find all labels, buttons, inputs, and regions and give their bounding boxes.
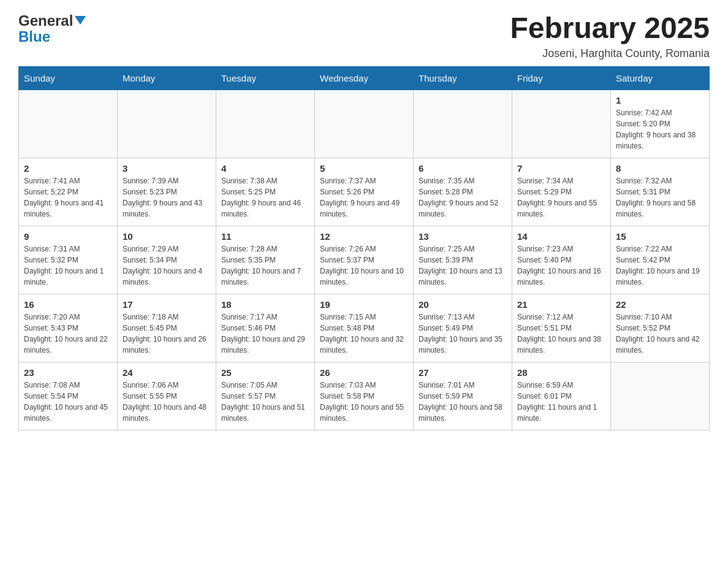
header-thursday: Thursday [414,66,512,90]
calendar-cell [611,362,710,430]
calendar-cell: 21Sunrise: 7:12 AM Sunset: 5:51 PM Dayli… [512,294,611,362]
day-number: 11 [221,231,309,242]
calendar-cell: 25Sunrise: 7:05 AM Sunset: 5:57 PM Dayli… [216,362,315,430]
calendar-cell: 10Sunrise: 7:29 AM Sunset: 5:34 PM Dayli… [118,226,216,294]
day-info: Sunrise: 7:18 AM Sunset: 5:45 PM Dayligh… [123,312,211,356]
day-info: Sunrise: 7:25 AM Sunset: 5:39 PM Dayligh… [419,243,507,288]
day-info: Sunrise: 7:37 AM Sunset: 5:26 PM Dayligh… [320,175,408,220]
calendar-cell: 9Sunrise: 7:31 AM Sunset: 5:32 PM Daylig… [19,226,118,294]
calendar-cell: 7Sunrise: 7:34 AM Sunset: 5:29 PM Daylig… [512,158,611,226]
logo-arrow-icon [75,16,86,27]
day-info: Sunrise: 7:32 AM Sunset: 5:31 PM Dayligh… [616,175,704,220]
calendar-cell [216,90,315,158]
weekday-header-row: Sunday Monday Tuesday Wednesday Thursday… [19,66,710,90]
day-number: 12 [320,231,408,242]
calendar-cell: 5Sunrise: 7:37 AM Sunset: 5:26 PM Daylig… [315,158,414,226]
day-number: 1 [616,95,704,105]
day-info: Sunrise: 6:59 AM Sunset: 6:01 PM Dayligh… [517,380,605,424]
day-info: Sunrise: 7:26 AM Sunset: 5:37 PM Dayligh… [320,243,408,288]
day-info: Sunrise: 7:29 AM Sunset: 5:34 PM Dayligh… [123,243,211,288]
calendar-cell: 14Sunrise: 7:23 AM Sunset: 5:40 PM Dayli… [512,226,611,294]
day-number: 14 [517,231,605,242]
day-number: 24 [123,367,211,378]
header-sunday: Sunday [19,66,118,90]
day-number: 20 [419,299,507,310]
day-number: 7 [517,163,605,174]
day-info: Sunrise: 7:03 AM Sunset: 5:58 PM Dayligh… [320,380,408,424]
day-number: 10 [123,231,211,242]
day-info: Sunrise: 7:38 AM Sunset: 5:25 PM Dayligh… [221,175,309,220]
day-number: 3 [123,163,211,174]
day-info: Sunrise: 7:28 AM Sunset: 5:35 PM Dayligh… [221,243,309,288]
calendar-cell [118,90,216,158]
calendar-cell: 20Sunrise: 7:13 AM Sunset: 5:49 PM Dayli… [414,294,512,362]
calendar-cell: 22Sunrise: 7:10 AM Sunset: 5:52 PM Dayli… [611,294,710,362]
title-area: February 2025 Joseni, Harghita County, R… [510,12,710,60]
location-subtitle: Joseni, Harghita County, Romania [510,47,710,60]
header-wednesday: Wednesday [315,66,414,90]
day-number: 16 [24,299,112,310]
page-header: General Blue February 2025 Joseni, Hargh… [18,12,710,60]
week-row-2: 9Sunrise: 7:31 AM Sunset: 5:32 PM Daylig… [19,226,710,294]
day-number: 6 [419,163,507,174]
calendar-cell: 1Sunrise: 7:42 AM Sunset: 5:20 PM Daylig… [611,90,710,158]
header-friday: Friday [512,66,611,90]
day-info: Sunrise: 7:34 AM Sunset: 5:29 PM Dayligh… [517,175,605,220]
day-info: Sunrise: 7:17 AM Sunset: 5:46 PM Dayligh… [221,312,309,356]
calendar-cell: 27Sunrise: 7:01 AM Sunset: 5:59 PM Dayli… [414,362,512,430]
day-info: Sunrise: 7:31 AM Sunset: 5:32 PM Dayligh… [24,243,112,288]
week-row-0: 1Sunrise: 7:42 AM Sunset: 5:20 PM Daylig… [19,90,710,158]
calendar-cell: 26Sunrise: 7:03 AM Sunset: 5:58 PM Dayli… [315,362,414,430]
calendar-cell: 15Sunrise: 7:22 AM Sunset: 5:42 PM Dayli… [611,226,710,294]
calendar-cell: 24Sunrise: 7:06 AM Sunset: 5:55 PM Dayli… [118,362,216,430]
day-number: 26 [320,367,408,378]
day-number: 18 [221,299,309,310]
day-info: Sunrise: 7:01 AM Sunset: 5:59 PM Dayligh… [419,380,507,424]
week-row-3: 16Sunrise: 7:20 AM Sunset: 5:43 PM Dayli… [19,294,710,362]
day-info: Sunrise: 7:06 AM Sunset: 5:55 PM Dayligh… [123,380,211,424]
day-info: Sunrise: 7:23 AM Sunset: 5:40 PM Dayligh… [517,243,605,288]
day-number: 9 [24,231,112,242]
calendar-cell: 13Sunrise: 7:25 AM Sunset: 5:39 PM Dayli… [414,226,512,294]
day-number: 2 [24,163,112,174]
day-info: Sunrise: 7:20 AM Sunset: 5:43 PM Dayligh… [24,312,112,356]
day-info: Sunrise: 7:08 AM Sunset: 5:54 PM Dayligh… [24,380,112,424]
month-title: February 2025 [510,12,710,45]
day-number: 23 [24,367,112,378]
calendar-cell: 6Sunrise: 7:35 AM Sunset: 5:28 PM Daylig… [414,158,512,226]
day-info: Sunrise: 7:41 AM Sunset: 5:22 PM Dayligh… [24,175,112,220]
day-number: 17 [123,299,211,310]
calendar-cell: 23Sunrise: 7:08 AM Sunset: 5:54 PM Dayli… [19,362,118,430]
calendar-cell [315,90,414,158]
day-info: Sunrise: 7:10 AM Sunset: 5:52 PM Dayligh… [616,312,704,356]
logo-general-text: General [18,12,73,29]
day-number: 27 [419,367,507,378]
header-tuesday: Tuesday [216,66,315,90]
calendar-cell: 17Sunrise: 7:18 AM Sunset: 5:45 PM Dayli… [118,294,216,362]
calendar-body: 1Sunrise: 7:42 AM Sunset: 5:20 PM Daylig… [19,90,710,430]
calendar-cell [512,90,611,158]
day-number: 25 [221,367,309,378]
svg-marker-0 [75,16,86,25]
calendar-cell: 3Sunrise: 7:39 AM Sunset: 5:23 PM Daylig… [118,158,216,226]
day-number: 13 [419,231,507,242]
day-info: Sunrise: 7:42 AM Sunset: 5:20 PM Dayligh… [616,107,704,151]
day-info: Sunrise: 7:15 AM Sunset: 5:48 PM Dayligh… [320,312,408,356]
calendar-cell: 12Sunrise: 7:26 AM Sunset: 5:37 PM Dayli… [315,226,414,294]
calendar-cell: 19Sunrise: 7:15 AM Sunset: 5:48 PM Dayli… [315,294,414,362]
day-number: 15 [616,231,704,242]
day-info: Sunrise: 7:22 AM Sunset: 5:42 PM Dayligh… [616,243,704,288]
calendar-cell: 2Sunrise: 7:41 AM Sunset: 5:22 PM Daylig… [19,158,118,226]
logo-blue-text: Blue [18,28,86,45]
calendar-table: Sunday Monday Tuesday Wednesday Thursday… [18,66,710,431]
calendar-header: Sunday Monday Tuesday Wednesday Thursday… [19,66,710,90]
day-info: Sunrise: 7:13 AM Sunset: 5:49 PM Dayligh… [419,312,507,356]
calendar-cell: 28Sunrise: 6:59 AM Sunset: 6:01 PM Dayli… [512,362,611,430]
day-info: Sunrise: 7:35 AM Sunset: 5:28 PM Dayligh… [419,175,507,220]
day-number: 21 [517,299,605,310]
logo: General Blue [18,12,86,45]
calendar-cell: 4Sunrise: 7:38 AM Sunset: 5:25 PM Daylig… [216,158,315,226]
header-saturday: Saturday [611,66,710,90]
calendar-cell [414,90,512,158]
day-number: 22 [616,299,704,310]
